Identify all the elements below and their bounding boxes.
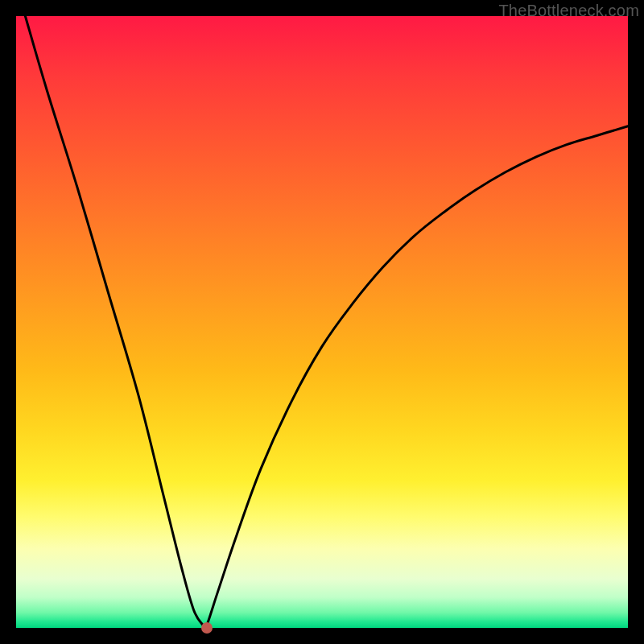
attribution-text: TheBottleneck.com [498, 2, 639, 20]
chart-frame: TheBottleneck.com [0, 0, 644, 644]
curve-layer [16, 16, 628, 628]
min-point-marker [201, 622, 213, 634]
bottleneck-curve [25, 16, 628, 630]
